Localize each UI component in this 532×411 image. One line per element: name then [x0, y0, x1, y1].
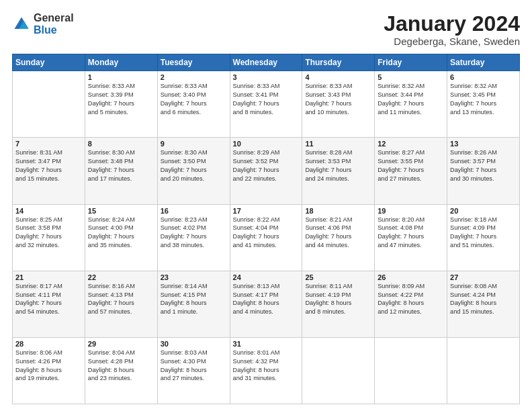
day-info: Sunrise: 8:08 AM Sunset: 4:24 PM Dayligh… — [450, 282, 517, 317]
day-info: Sunrise: 8:04 AM Sunset: 4:28 PM Dayligh… — [88, 349, 154, 383]
day-cell — [447, 337, 520, 404]
day-number: 19 — [378, 207, 444, 215]
day-cell: 26Sunrise: 8:09 AM Sunset: 4:22 PM Dayli… — [375, 271, 447, 337]
logo-icon — [12, 15, 31, 34]
day-cell: 31Sunrise: 8:01 AM Sunset: 4:32 PM Dayli… — [230, 337, 302, 404]
logo-text: General Blue — [34, 12, 74, 36]
day-info: Sunrise: 8:20 AM Sunset: 4:08 PM Dayligh… — [378, 216, 444, 250]
day-number: 2 — [161, 73, 227, 81]
col-header-tuesday: Tuesday — [157, 54, 230, 71]
month-title: January 2024 — [384, 12, 520, 36]
day-cell: 25Sunrise: 8:11 AM Sunset: 4:19 PM Dayli… — [302, 271, 375, 337]
day-number: 11 — [305, 140, 371, 148]
day-info: Sunrise: 8:11 AM Sunset: 4:19 PM Dayligh… — [305, 282, 371, 317]
day-number: 3 — [233, 73, 300, 81]
day-info: Sunrise: 8:26 AM Sunset: 3:57 PM Dayligh… — [450, 148, 517, 183]
day-info: Sunrise: 8:06 AM Sunset: 4:26 PM Dayligh… — [15, 349, 82, 383]
logo-blue: Blue — [34, 24, 74, 36]
day-cell: 15Sunrise: 8:24 AM Sunset: 4:00 PM Dayli… — [85, 204, 157, 271]
day-cell: 18Sunrise: 8:21 AM Sunset: 4:06 PM Dayli… — [302, 204, 375, 271]
day-number: 16 — [161, 207, 227, 215]
day-number: 29 — [88, 340, 154, 348]
day-info: Sunrise: 8:23 AM Sunset: 4:02 PM Dayligh… — [161, 216, 227, 250]
week-row-4: 21Sunrise: 8:17 AM Sunset: 4:11 PM Dayli… — [13, 271, 520, 337]
day-cell: 3Sunrise: 8:33 AM Sunset: 3:41 PM Daylig… — [230, 71, 302, 138]
week-row-1: 1Sunrise: 8:33 AM Sunset: 3:39 PM Daylig… — [13, 71, 520, 138]
week-row-3: 14Sunrise: 8:25 AM Sunset: 3:58 PM Dayli… — [13, 204, 520, 271]
day-info: Sunrise: 8:32 AM Sunset: 3:45 PM Dayligh… — [450, 82, 517, 117]
col-header-monday: Monday — [85, 54, 157, 71]
day-info: Sunrise: 8:33 AM Sunset: 3:39 PM Dayligh… — [88, 82, 154, 117]
page: General Blue January 2024 Degeberga, Ska… — [0, 0, 532, 411]
day-number: 28 — [15, 340, 82, 348]
week-row-2: 7Sunrise: 8:31 AM Sunset: 3:47 PM Daylig… — [13, 138, 520, 204]
day-info: Sunrise: 8:33 AM Sunset: 3:40 PM Dayligh… — [161, 82, 227, 117]
day-cell: 12Sunrise: 8:27 AM Sunset: 3:55 PM Dayli… — [375, 138, 447, 204]
logo-general: General — [34, 12, 74, 24]
day-number: 26 — [378, 273, 444, 281]
day-info: Sunrise: 8:13 AM Sunset: 4:17 PM Dayligh… — [233, 282, 300, 317]
col-header-thursday: Thursday — [302, 54, 375, 71]
day-info: Sunrise: 8:28 AM Sunset: 3:53 PM Dayligh… — [305, 148, 371, 183]
day-number: 23 — [161, 273, 227, 281]
day-cell: 29Sunrise: 8:04 AM Sunset: 4:28 PM Dayli… — [85, 337, 157, 404]
day-number: 27 — [450, 273, 517, 281]
day-number: 10 — [233, 140, 300, 148]
day-number: 24 — [233, 273, 300, 281]
day-number: 12 — [378, 140, 444, 148]
day-info: Sunrise: 8:27 AM Sunset: 3:55 PM Dayligh… — [378, 148, 444, 183]
day-info: Sunrise: 8:22 AM Sunset: 4:04 PM Dayligh… — [233, 216, 300, 250]
day-cell: 11Sunrise: 8:28 AM Sunset: 3:53 PM Dayli… — [302, 138, 375, 204]
day-number: 1 — [88, 73, 154, 81]
day-info: Sunrise: 8:25 AM Sunset: 3:58 PM Dayligh… — [15, 216, 82, 250]
day-cell — [302, 337, 375, 404]
week-row-5: 28Sunrise: 8:06 AM Sunset: 4:26 PM Dayli… — [13, 337, 520, 404]
day-info: Sunrise: 8:03 AM Sunset: 4:30 PM Dayligh… — [161, 349, 227, 383]
day-info: Sunrise: 8:18 AM Sunset: 4:09 PM Dayligh… — [450, 216, 517, 250]
calendar: SundayMondayTuesdayWednesdayThursdayFrid… — [12, 54, 520, 404]
logo: General Blue — [12, 12, 74, 36]
day-number: 9 — [161, 140, 227, 148]
header: General Blue January 2024 Degeberga, Ska… — [12, 12, 520, 47]
day-cell: 28Sunrise: 8:06 AM Sunset: 4:26 PM Dayli… — [13, 337, 85, 404]
day-info: Sunrise: 8:29 AM Sunset: 3:52 PM Dayligh… — [233, 148, 300, 183]
day-cell — [375, 337, 447, 404]
day-number: 18 — [305, 207, 371, 215]
day-cell: 14Sunrise: 8:25 AM Sunset: 3:58 PM Dayli… — [13, 204, 85, 271]
day-cell: 9Sunrise: 8:30 AM Sunset: 3:50 PM Daylig… — [157, 138, 230, 204]
col-header-saturday: Saturday — [447, 54, 520, 71]
day-cell: 30Sunrise: 8:03 AM Sunset: 4:30 PM Dayli… — [157, 337, 230, 404]
day-cell: 19Sunrise: 8:20 AM Sunset: 4:08 PM Dayli… — [375, 204, 447, 271]
day-cell: 20Sunrise: 8:18 AM Sunset: 4:09 PM Dayli… — [447, 204, 520, 271]
day-info: Sunrise: 8:32 AM Sunset: 3:44 PM Dayligh… — [378, 82, 444, 117]
day-cell: 13Sunrise: 8:26 AM Sunset: 3:57 PM Dayli… — [447, 138, 520, 204]
day-number: 22 — [88, 273, 154, 281]
location: Degeberga, Skane, Sweden — [384, 36, 520, 47]
day-cell: 17Sunrise: 8:22 AM Sunset: 4:04 PM Dayli… — [230, 204, 302, 271]
day-cell: 24Sunrise: 8:13 AM Sunset: 4:17 PM Dayli… — [230, 271, 302, 337]
day-info: Sunrise: 8:14 AM Sunset: 4:15 PM Dayligh… — [161, 282, 227, 317]
day-number: 15 — [88, 207, 154, 215]
day-info: Sunrise: 8:33 AM Sunset: 3:43 PM Dayligh… — [305, 82, 371, 117]
day-number: 14 — [15, 207, 82, 215]
day-number: 31 — [233, 340, 300, 348]
col-header-wednesday: Wednesday — [230, 54, 302, 71]
day-number: 25 — [305, 273, 371, 281]
day-info: Sunrise: 8:01 AM Sunset: 4:32 PM Dayligh… — [233, 349, 300, 383]
day-number: 30 — [161, 340, 227, 348]
day-cell: 7Sunrise: 8:31 AM Sunset: 3:47 PM Daylig… — [13, 138, 85, 204]
day-number: 21 — [15, 273, 82, 281]
day-info: Sunrise: 8:30 AM Sunset: 3:48 PM Dayligh… — [88, 148, 154, 183]
day-cell: 16Sunrise: 8:23 AM Sunset: 4:02 PM Dayli… — [157, 204, 230, 271]
day-cell: 22Sunrise: 8:16 AM Sunset: 4:13 PM Dayli… — [85, 271, 157, 337]
day-number: 5 — [378, 73, 444, 81]
day-number: 4 — [305, 73, 371, 81]
day-cell: 5Sunrise: 8:32 AM Sunset: 3:44 PM Daylig… — [375, 71, 447, 138]
day-cell: 21Sunrise: 8:17 AM Sunset: 4:11 PM Dayli… — [13, 271, 85, 337]
day-number: 20 — [450, 207, 517, 215]
day-number: 17 — [233, 207, 300, 215]
day-info: Sunrise: 8:24 AM Sunset: 4:00 PM Dayligh… — [88, 216, 154, 250]
col-header-sunday: Sunday — [13, 54, 85, 71]
day-number: 7 — [15, 140, 82, 148]
day-cell: 2Sunrise: 8:33 AM Sunset: 3:40 PM Daylig… — [157, 71, 230, 138]
